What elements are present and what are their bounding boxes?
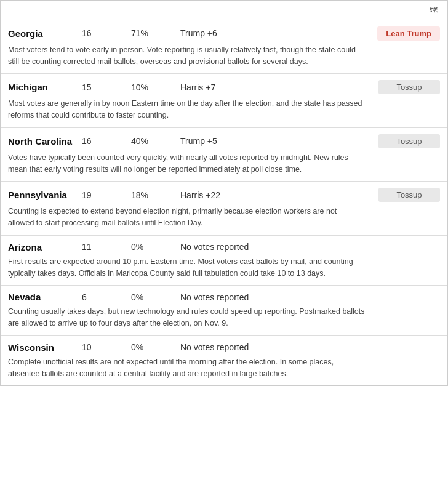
state-name: North Carolina <box>8 136 82 147</box>
state-block: Georgia 16 71% Trump +6 Lean Trump Most … <box>1 20 447 74</box>
state-note: First results are expected around 10 p.m… <box>8 256 365 279</box>
state-name: Pennsylvania <box>8 190 82 200</box>
results-table: 🗺 Georgia 16 71% Trump +6 Lean Trump Mos… <box>0 0 448 386</box>
estimate-cell: Tossup <box>303 80 440 94</box>
state-row: Michigan 15 10% Harris +7 Tossup <box>8 80 440 94</box>
state-block: North Carolina 16 40% Trump +5 Tossup Vo… <box>1 128 447 182</box>
map-icon: 🗺 <box>430 6 438 16</box>
state-note: Counting is expected to extend beyond el… <box>8 206 365 229</box>
state-note: Votes have typically been counted very q… <box>8 152 365 175</box>
reported-margin: No votes reported <box>180 342 303 352</box>
electoral-votes: 16 <box>82 28 131 38</box>
state-row: Pennsylvania 19 18% Harris +22 Tossup <box>8 188 440 202</box>
pct-in: 71% <box>131 28 180 38</box>
electoral-votes: 10 <box>82 342 131 352</box>
electoral-votes: 11 <box>82 242 131 252</box>
state-row: Georgia 16 71% Trump +6 Lean Trump <box>8 26 440 41</box>
tossup-badge: Tossup <box>378 188 440 202</box>
electoral-votes: 6 <box>82 292 131 302</box>
state-row: Arizona 11 0% No votes reported <box>8 242 440 252</box>
electoral-votes: 16 <box>82 136 131 146</box>
state-block: Arizona 11 0% No votes reported First re… <box>1 236 447 286</box>
state-row: Nevada 6 0% No votes reported <box>8 292 440 302</box>
lean-trump-badge: Lean Trump <box>377 26 440 41</box>
state-block: Nevada 6 0% No votes reported Counting u… <box>1 286 447 336</box>
electoral-votes: 15 <box>82 82 131 92</box>
reported-margin: Trump +5 <box>180 136 303 146</box>
tossup-badge: Tossup <box>378 80 440 94</box>
estimate-cell: Tossup <box>303 134 440 148</box>
reported-margin: Trump +6 <box>180 28 303 38</box>
state-name: Georgia <box>8 28 82 39</box>
pct-in: 10% <box>131 82 180 92</box>
state-name: Arizona <box>8 242 82 252</box>
reported-margin: No votes reported <box>180 242 303 252</box>
pct-in: 0% <box>131 342 180 352</box>
state-row: Wisconsin 10 0% No votes reported <box>8 342 440 353</box>
state-name: Nevada <box>8 292 82 302</box>
nyt-estimate-column-header: 🗺 <box>303 6 440 16</box>
reported-margin: Harris +22 <box>180 190 303 200</box>
electoral-votes: 19 <box>82 190 131 200</box>
pct-in: 18% <box>131 190 180 200</box>
state-note: Counting usually takes days, but new tec… <box>8 306 365 329</box>
state-note: Most voters tend to vote early in person… <box>8 44 365 68</box>
pct-in: 40% <box>131 136 180 146</box>
state-note: Most votes are generally in by noon East… <box>8 98 365 121</box>
state-block: Michigan 15 10% Harris +7 Tossup Most vo… <box>1 74 447 128</box>
table-header: 🗺 <box>1 1 447 20</box>
pct-in: 0% <box>131 242 180 252</box>
pct-in: 0% <box>131 292 180 302</box>
state-note: Complete unofficial results are not expe… <box>8 356 365 380</box>
reported-margin: Harris +7 <box>180 82 303 92</box>
state-name: Wisconsin <box>8 342 82 353</box>
state-block: Wisconsin 10 0% No votes reported Comple… <box>1 336 447 386</box>
states-list: Georgia 16 71% Trump +6 Lean Trump Most … <box>1 20 447 386</box>
tossup-badge: Tossup <box>378 134 440 148</box>
state-row: North Carolina 16 40% Trump +5 Tossup <box>8 134 440 148</box>
state-name: Michigan <box>8 82 82 92</box>
estimate-cell: Lean Trump <box>303 26 440 41</box>
estimate-cell: Tossup <box>303 188 440 202</box>
state-block: Pennsylvania 19 18% Harris +22 Tossup Co… <box>1 182 447 236</box>
reported-margin: No votes reported <box>180 292 303 302</box>
